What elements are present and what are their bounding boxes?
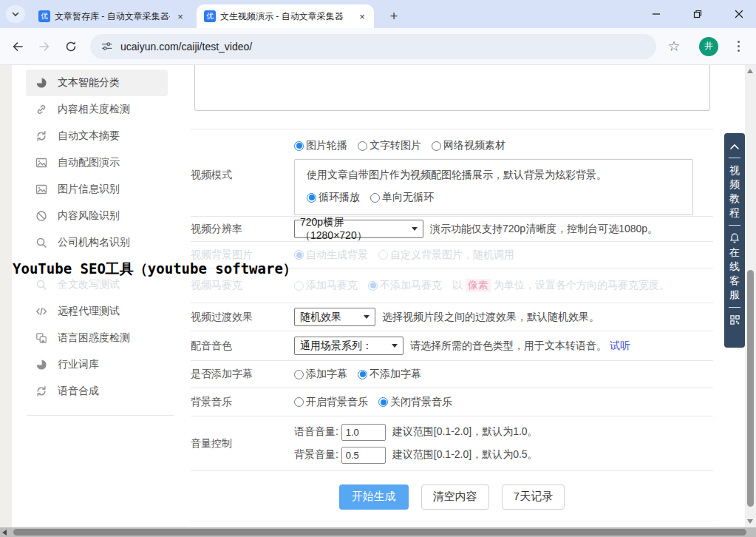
records-button[interactable]: 7天记录	[502, 484, 565, 510]
browser-menu-button[interactable]	[731, 37, 746, 56]
radio-add-subtitle[interactable]	[294, 370, 304, 379]
sync-icon	[35, 385, 47, 397]
bgm-volume-label: 背景音量:	[294, 448, 338, 462]
form-row-bgm: 背景音乐 开启背景音乐 关闭背景音乐	[191, 388, 713, 416]
pixel-tag: 像素	[466, 279, 491, 292]
new-tab-button[interactable]: +	[384, 7, 403, 26]
site-favicon: 优	[38, 10, 50, 22]
field-label-subtitle: 是否添加字幕	[191, 361, 294, 388]
sync-icon	[35, 130, 47, 142]
voice-volume-input[interactable]	[341, 424, 386, 441]
scroll-up-arrow[interactable]	[747, 69, 753, 73]
collapse-up-button[interactable]	[729, 142, 740, 151]
bgm-volume-input[interactable]	[341, 447, 386, 464]
restore-button[interactable]	[688, 4, 707, 24]
block-icon	[35, 210, 47, 222]
transition-hint: 选择视频片段之间的过渡效果，默认随机效果。	[382, 311, 599, 324]
reload-icon	[64, 40, 78, 53]
online-service-button[interactable]: 在线客服	[729, 246, 740, 302]
radio-text-to-image[interactable]	[358, 141, 367, 151]
radio-label: 添加字幕	[306, 368, 347, 381]
form-actions: 开始生成 清空内容 7天记录	[191, 470, 713, 521]
tab-close-icon[interactable]: ×	[356, 10, 368, 22]
radio-web-video-material[interactable]	[432, 141, 441, 151]
sidebar-item-auto-summary[interactable]: 自动文本摘要	[26, 123, 168, 149]
sidebar-item-label: 图片信息识别	[58, 183, 120, 196]
vertical-scrollbar[interactable]	[745, 65, 756, 527]
voice-volume-label: 语音音量:	[294, 425, 338, 439]
link-icon	[35, 104, 47, 115]
resolution-hint: 演示功能仅支持720p清晰度，控制台可选1080p。	[430, 223, 658, 236]
sidebar-item-relevance-check[interactable]: 内容相关度检测	[26, 96, 168, 123]
radio-loop-play[interactable]	[307, 193, 316, 203]
sidebar-item-label: 语音合成	[58, 385, 99, 398]
close-button[interactable]	[729, 4, 749, 24]
article-content-textarea[interactable]	[194, 65, 710, 111]
tab-close-icon[interactable]: ×	[174, 10, 186, 22]
radio-label: 关闭背景音乐	[390, 396, 452, 409]
sidebar-item-perplexity-check[interactable]: 语言困惑度检测	[26, 325, 168, 351]
close-icon	[734, 9, 744, 19]
transition-select[interactable]: 随机效果	[294, 308, 375, 326]
sidebar-item-auto-image-demo[interactable]: 自动配图演示	[26, 149, 168, 176]
reload-button[interactable]	[61, 36, 81, 57]
scroll-left-arrow[interactable]	[2, 530, 7, 536]
sidebar-item-industry-lexicon[interactable]: 行业词库	[26, 351, 168, 378]
url-text[interactable]: ucaiyun.com/caiji/test_video/	[120, 41, 252, 53]
sidebar-item-label: 行业词库	[58, 358, 99, 371]
bookmark-star-button[interactable]: ☆	[665, 38, 683, 55]
radio-bgm-on[interactable]	[294, 397, 304, 407]
tab-search-button[interactable]	[6, 5, 25, 23]
chevron-down-icon	[392, 344, 398, 348]
sidebar-item-label: 自动配图演示	[58, 156, 120, 169]
vertical-scrollbar-thumb[interactable]	[747, 270, 754, 507]
form-row-subtitle: 是否添加字幕 添加字幕 不添加字幕	[191, 360, 713, 388]
tab-title: 文生视频演示 - 自动文章采集器	[220, 10, 352, 23]
pie-chart-icon	[35, 359, 47, 371]
sidebar-item-org-name-recognition[interactable]: 公司机构名识别	[26, 229, 168, 256]
translate-icon	[35, 332, 47, 344]
tab-article-cache[interactable]: 优 文章暂存库 - 自动文章采集器-优 ×	[31, 4, 192, 28]
horizontal-scrollbar-thumb[interactable]	[13, 529, 746, 536]
audition-link[interactable]: 试听	[610, 340, 630, 353]
code-icon	[35, 305, 47, 317]
sidebar-item-speech-synthesis[interactable]: 语音合成	[26, 378, 168, 405]
radio-label: 文字转图片	[370, 139, 421, 152]
sidebar-item-text-classify[interactable]: 文本智能分类	[26, 70, 168, 96]
bell-icon[interactable]	[729, 232, 740, 244]
profile-avatar[interactable]: 井	[699, 37, 718, 56]
scroll-down-arrow[interactable]	[747, 519, 753, 524]
resolution-select[interactable]: 720p横屏（1280×720）	[294, 220, 423, 238]
forward-button[interactable]	[34, 36, 55, 57]
divider	[729, 225, 740, 226]
voice-volume-hint: 建议范围[0.1-2.0]，默认为1.0。	[392, 425, 538, 439]
sidebar-item-label: 内容风险识别	[58, 209, 120, 223]
form-row-voice: 配音音色 通用场景系列： 请选择所需的音色类型，用于文本转语音。 试听	[191, 331, 713, 360]
radio-no-mosaic	[368, 281, 378, 291]
radio-no-subtitle[interactable]	[358, 370, 367, 379]
field-label-bgm: 背景音乐	[191, 388, 294, 416]
page-left-gutter	[0, 65, 12, 527]
video-tutorial-button[interactable]: 视频教程	[729, 163, 740, 220]
sidebar-item-label: 文本智能分类	[58, 76, 120, 90]
forward-icon	[38, 40, 51, 53]
sidebar-item-content-risk[interactable]: 内容风险识别	[26, 203, 168, 229]
form-row-transition: 视频过渡效果 随机效果 选择视频片段之间的过渡效果，默认随机效果。	[191, 303, 713, 331]
voice-select[interactable]: 通用场景系列：	[294, 337, 403, 355]
sidebar-item-image-info[interactable]: 图片信息识别	[26, 176, 168, 203]
address-bar[interactable]: ucaiyun.com/caiji/test_video/	[90, 34, 656, 59]
horizontal-scrollbar[interactable]	[0, 527, 756, 537]
clear-button[interactable]: 清空内容	[421, 484, 489, 510]
generate-button[interactable]: 开始生成	[339, 484, 409, 510]
divider	[27, 415, 174, 416]
radio-image-carousel[interactable]	[294, 141, 304, 151]
minimize-button[interactable]	[647, 4, 666, 24]
back-button[interactable]	[7, 36, 28, 57]
chevron-down-icon	[364, 315, 370, 319]
radio-no-loop[interactable]	[370, 193, 380, 203]
video-mode-description-box: 使用文章自带图片作为视频配图轮播展示，默认背景为炫彩背景。 循环播放 单向无循环	[294, 159, 693, 215]
tab-video-demo[interactable]: 优 文生视频演示 - 自动文章采集器 ×	[197, 4, 374, 28]
sidebar-item-remote-proxy-test[interactable]: 远程代理测试	[26, 298, 168, 325]
qr-code-button[interactable]	[729, 314, 740, 325]
radio-bgm-off[interactable]	[378, 397, 388, 407]
